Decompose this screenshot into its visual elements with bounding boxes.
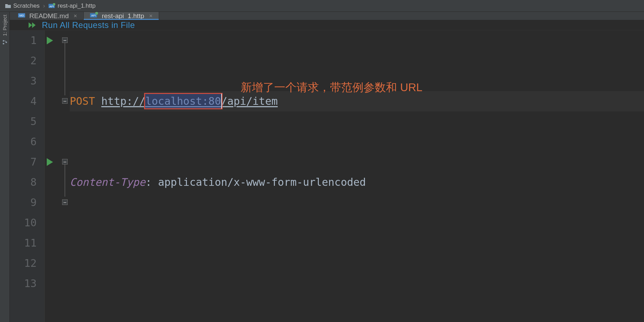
fold-gutter (61, 30, 70, 322)
tab-rest-api[interactable]: API rest-api_1.http × (84, 12, 159, 20)
tab-label: README.md (29, 12, 69, 20)
request-url[interactable]: http://localhost:80/api/item (101, 91, 278, 111)
line-number-gutter: 1 2 3 4 5 6 7 8 9 10 11 12 13 (10, 30, 45, 322)
line-number: 6 (10, 132, 37, 152)
code-content[interactable]: POST http://localhost:80/api/item Conten… (70, 30, 644, 322)
code-editor[interactable]: 1 2 3 4 5 6 7 8 9 10 11 12 13 (10, 30, 644, 322)
run-all-link[interactable]: Run All Requests in File (42, 20, 135, 30)
code-line[interactable]: Content-Type: application/x-www-form-url… (70, 172, 644, 192)
svg-rect-5 (6, 42, 7, 43)
line-number: 8 (10, 172, 37, 192)
breadcrumb-file[interactable]: API rest-api_1.http (47, 2, 97, 9)
code-line[interactable] (70, 253, 644, 273)
run-all-bar: Run All Requests in File (10, 20, 644, 30)
header-value: application/x-www-form-urlencoded (158, 172, 366, 192)
line-number: 2 (10, 51, 37, 71)
tool-window-strip: 1: Project (0, 12, 10, 322)
line-number: 13 (10, 273, 37, 294)
run-request-icon[interactable] (47, 158, 53, 166)
editor-tab-bar: MD README.md × API rest-api_1.http × (10, 12, 644, 20)
http-method: POST (70, 91, 95, 111)
fold-toggle-icon[interactable] (62, 159, 68, 164)
tab-label: rest-api_1.http (102, 12, 144, 20)
line-number: 5 (10, 111, 37, 132)
project-tool-button[interactable]: 1: Project (2, 15, 8, 36)
svg-marker-11 (29, 22, 32, 28)
fold-toggle-icon[interactable] (62, 37, 68, 43)
tab-readme[interactable]: MD README.md × (12, 12, 84, 20)
folder-icon (5, 3, 11, 8)
md-file-icon: MD (18, 12, 26, 20)
api-file-icon: API (90, 12, 98, 20)
line-number: 7 (10, 152, 37, 172)
svg-rect-4 (3, 43, 4, 44)
close-icon[interactable]: × (74, 13, 77, 20)
line-number: 10 (10, 213, 37, 233)
project-structure-icon[interactable] (2, 39, 8, 46)
line-number: 4 (10, 91, 37, 111)
svg-marker-12 (32, 22, 36, 28)
close-icon[interactable]: × (149, 13, 152, 20)
line-number: 9 (10, 192, 37, 213)
breadcrumb: Scratches › API rest-api_1.http (0, 0, 644, 12)
breadcrumb-root-label: Scratches (13, 2, 40, 9)
gutter-markers (45, 30, 61, 322)
line-number: 3 (10, 71, 37, 91)
line-number: 11 (10, 233, 37, 253)
svg-rect-3 (3, 40, 4, 42)
svg-point-10 (95, 12, 98, 15)
line-number: 1 (10, 30, 37, 51)
line-number: 12 (10, 253, 37, 273)
svg-text:API: API (91, 14, 96, 17)
header-name: Content-Type (70, 172, 145, 192)
fold-toggle-icon[interactable] (62, 199, 68, 205)
breadcrumb-root[interactable]: Scratches (3, 2, 41, 9)
svg-text:API: API (50, 5, 54, 8)
api-file-icon: API (48, 3, 55, 9)
breadcrumb-file-label: rest-api_1.http (58, 2, 96, 9)
breadcrumb-separator: › (43, 2, 45, 9)
code-line[interactable]: POST http://localhost:80/api/item (70, 91, 644, 111)
run-all-icon[interactable] (28, 22, 37, 29)
fold-toggle-icon[interactable] (62, 98, 68, 104)
svg-text:MD: MD (20, 14, 24, 17)
run-request-icon[interactable] (47, 37, 53, 44)
